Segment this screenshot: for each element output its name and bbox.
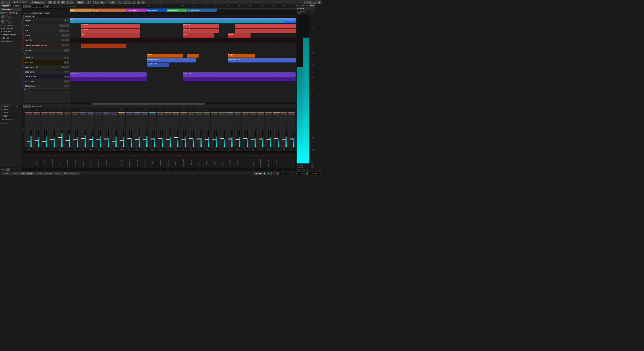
ch-btn-s-6[interactable]: S (67, 113, 68, 115)
ch-btn-s-20[interactable]: S (175, 113, 177, 115)
channel-strip-9[interactable]: MSE (87, 112, 95, 148)
ch-btn-m-19[interactable]: M (165, 113, 167, 115)
track-m-bigcompressed[interactable]: M (64, 44, 66, 46)
ch-btn-m-16[interactable]: M (142, 113, 144, 115)
fader-knob-14[interactable] (127, 138, 132, 139)
track-m-drumsgroup[interactable]: M (64, 62, 66, 64)
ch-btn-e-14[interactable]: E (130, 113, 132, 115)
arrangement-ruler[interactable]: Seconds 3 5 7 9 11 13 15 17 19 1:00 1:10 (70, 4, 296, 8)
ch-btn-m-26[interactable]: M (220, 113, 221, 115)
scrollbar-track[interactable] (70, 103, 296, 104)
ch-btn-s-26[interactable]: S (221, 113, 223, 115)
ch-btn-m-32[interactable]: M (266, 113, 268, 115)
clip-moogbass-01[interactable]: Moog Bass_01-01 (146, 58, 196, 62)
track-record-btn[interactable]: R (6, 12, 9, 14)
track-m-moogbassgroup[interactable]: M (64, 76, 66, 78)
ch-btn-m-22[interactable]: M (188, 113, 190, 115)
fader-knob-18[interactable] (158, 138, 162, 139)
ch-rec-btn-25[interactable] (214, 155, 215, 157)
ch-btn-e-17[interactable]: E (154, 113, 156, 115)
master-section[interactable]: ▼ Master (296, 7, 315, 10)
window-min[interactable]: _ (304, 1, 308, 4)
scrollbar-thumb[interactable] (92, 103, 205, 104)
section-breakdown[interactable]: BREAKDOWN (167, 8, 187, 12)
ch-btn-e-6[interactable]: E (69, 113, 70, 115)
fader-knob-19[interactable] (166, 139, 170, 140)
fader-knob-12[interactable] (112, 140, 116, 142)
ch-rec-btn-14[interactable] (128, 155, 130, 157)
fader-knob-27[interactable] (228, 138, 232, 140)
fader-knob-17[interactable] (150, 138, 155, 140)
marker-cycle-btn[interactable]: Marker Cycle (32, 12, 43, 14)
zoom-btn[interactable]: ⊕ (46, 5, 49, 8)
track-seqstereo[interactable]: SEQ Stereo M S (22, 84, 70, 88)
ch-btn-s-24[interactable]: S (206, 113, 208, 115)
track-r-kick[interactable]: R (66, 30, 69, 32)
play-btn[interactable]: ▶ (267, 172, 270, 175)
fader-knob-13[interactable] (120, 140, 124, 141)
ch-rec-btn-10[interactable] (98, 155, 100, 157)
track-moogbass[interactable]: Moog Bass (R) E M S (22, 65, 70, 70)
ch-rec-btn-8[interactable] (82, 155, 84, 157)
ch-btn-e-2[interactable]: E (38, 113, 40, 115)
channel-strip-19[interactable]: MSE (164, 112, 172, 148)
ch-rec-btn-7[interactable] (74, 155, 76, 157)
ll-tab-chord[interactable]: Chord (11, 105, 22, 108)
channel-strip-30[interactable]: MSE (249, 112, 257, 148)
ch-rec-btn-35[interactable] (291, 155, 292, 157)
ch-btn-s-3[interactable]: S (44, 113, 45, 115)
track-e-snare[interactable]: E (62, 34, 64, 36)
ch-btn-m-20[interactable]: M (173, 113, 175, 115)
ch-btn-s-19[interactable]: S (167, 113, 169, 115)
channel-strip-18[interactable]: MSE (156, 112, 164, 148)
bt-tab-mixconsole[interactable]: MixConsole (20, 172, 34, 175)
ch-btn-s-29[interactable]: S (244, 113, 246, 115)
tool-split[interactable]: ✂ (132, 1, 136, 4)
ch-btn-m-30[interactable]: M (250, 113, 252, 115)
track-hatsdly[interactable]: Hats DLY M S (22, 56, 70, 60)
ch-btn-m-4[interactable]: M (49, 113, 51, 115)
track-m-snare[interactable]: M (64, 34, 66, 36)
ch-btn-m-6[interactable]: M (65, 113, 66, 115)
ch-btn-e-12[interactable]: E (115, 113, 117, 115)
fader-knob-9[interactable] (89, 139, 93, 140)
insp-section-track-versions[interactable]: ▶ Track Versions (0, 33, 22, 36)
track-s-moogbassgroup[interactable]: S (66, 76, 69, 78)
ch-btn-s-35[interactable]: S (291, 113, 292, 115)
ch-btn-s-8[interactable]: S (82, 113, 84, 115)
fader-knob-26[interactable] (220, 138, 224, 139)
ch-rec-btn-13[interactable] (121, 155, 122, 157)
ch-btn-e-28[interactable]: E (239, 113, 240, 115)
ch-btn-m-31[interactable]: M (258, 113, 260, 115)
ll-sends[interactable]: ▶ Sends (0, 111, 22, 114)
quantize-dropdown[interactable]: 1/32 (109, 1, 115, 4)
channel-strip-8[interactable]: MSE (79, 112, 87, 148)
ch-rec-btn-29[interactable] (244, 155, 246, 157)
meter-tab-vsti[interactable]: VSTi (296, 4, 300, 7)
channel-strip-20[interactable]: MSE (172, 112, 180, 148)
clip-hangar-1[interactable]: Hangar (146, 54, 183, 58)
channel-strip-24[interactable]: MSE (203, 112, 210, 148)
ch-btn-m-8[interactable]: M (80, 113, 82, 115)
clip-hangar-01[interactable]: Hangar-01 (228, 54, 255, 58)
ch-btn-e-7[interactable]: E (76, 113, 78, 115)
track-e-moogbass[interactable]: E (62, 66, 64, 68)
section-prechorus[interactable]: PRE CHORUS (126, 8, 146, 12)
fader-knob-2[interactable] (34, 140, 39, 141)
ch-btn-m-27[interactable]: M (227, 113, 229, 115)
fader-knob-29[interactable] (243, 138, 248, 139)
ch-rec-btn-11[interactable] (106, 155, 107, 157)
fader-knob-8[interactable] (81, 138, 85, 139)
ch-btn-m-25[interactable]: M (212, 113, 214, 115)
rewind-btn[interactable]: |◀ (254, 172, 258, 175)
ch-btn-s-16[interactable]: S (144, 113, 146, 115)
ch-rec-btn-3[interactable] (44, 155, 45, 157)
track-m-midi[interactable]: M (62, 24, 64, 26)
grid-dropdown[interactable]: Grid (94, 1, 99, 4)
clip-hangar-2[interactable] (187, 54, 198, 58)
channel-strip-6[interactable]: MSE (64, 112, 72, 148)
channel-strip-4[interactable]: MSE (48, 112, 56, 148)
ch-rec-btn-19[interactable] (167, 155, 169, 157)
ch-btn-s-12[interactable]: S (113, 113, 115, 115)
channel-strip-11[interactable]: MSE (102, 112, 110, 148)
